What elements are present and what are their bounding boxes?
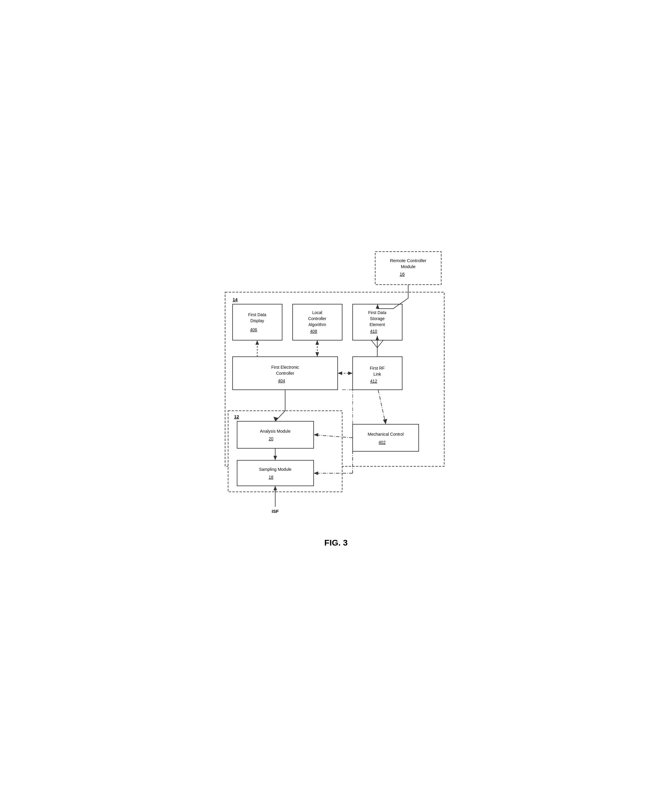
- svg-text:Analysis Module: Analysis Module: [260, 429, 291, 434]
- svg-text:Remote Controller: Remote Controller: [390, 258, 427, 263]
- figure-label: FIG. 3: [325, 538, 348, 548]
- svg-text:Mechanical Control: Mechanical Control: [368, 432, 404, 437]
- svg-text:Display: Display: [250, 318, 264, 323]
- svg-text:Algorithm: Algorithm: [308, 322, 326, 327]
- svg-text:410: 410: [370, 329, 377, 333]
- svg-text:First Electronic: First Electronic: [271, 365, 299, 370]
- svg-text:Sampling Module: Sampling Module: [259, 467, 291, 472]
- svg-text:12: 12: [234, 414, 239, 419]
- diagram-area: Remote Controller Module 16 14 First Dat…: [216, 246, 456, 532]
- svg-text:16: 16: [400, 271, 405, 277]
- svg-text:Local: Local: [312, 310, 322, 315]
- svg-rect-50: [237, 421, 314, 448]
- svg-text:First RF: First RF: [370, 366, 385, 370]
- svg-rect-56: [353, 424, 419, 451]
- svg-text:408: 408: [310, 329, 317, 333]
- svg-text:Controller: Controller: [308, 316, 326, 321]
- page-container: Remote Controller Module 16 14 First Dat…: [216, 246, 456, 548]
- svg-text:ISF: ISF: [272, 509, 278, 514]
- svg-text:402: 402: [378, 440, 386, 445]
- svg-rect-53: [237, 460, 314, 486]
- svg-text:First Data: First Data: [248, 312, 266, 317]
- svg-text:Link: Link: [373, 372, 381, 376]
- svg-text:412: 412: [370, 379, 377, 383]
- svg-text:Storage: Storage: [370, 316, 384, 321]
- svg-text:Element: Element: [370, 322, 385, 327]
- svg-text:18: 18: [269, 475, 274, 479]
- svg-text:Module: Module: [401, 264, 415, 269]
- svg-text:14: 14: [233, 297, 238, 302]
- svg-text:404: 404: [278, 378, 285, 383]
- svg-text:First Data: First Data: [368, 310, 386, 315]
- svg-text:Controller: Controller: [276, 371, 294, 376]
- svg-text:20: 20: [269, 436, 274, 441]
- svg-text:406: 406: [250, 327, 257, 332]
